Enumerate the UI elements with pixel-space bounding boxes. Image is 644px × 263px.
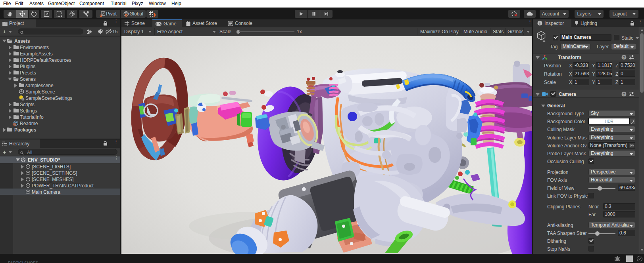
svg-text:?: ? (623, 55, 625, 59)
svg-text:?: ? (623, 92, 625, 96)
